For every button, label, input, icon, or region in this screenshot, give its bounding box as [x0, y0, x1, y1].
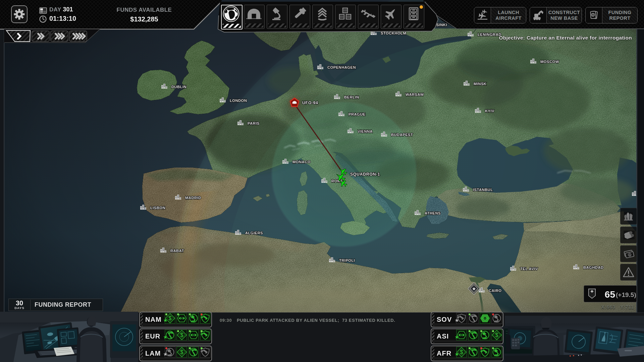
svg-text:65: 65 [605, 289, 615, 300]
svg-text:(+19.5): (+19.5) [616, 291, 636, 298]
